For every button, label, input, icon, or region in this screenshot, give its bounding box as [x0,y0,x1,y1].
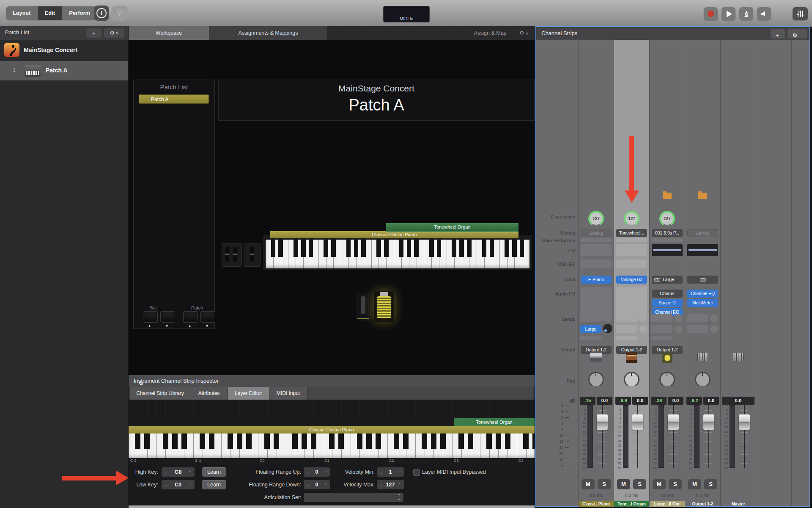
set-prev-button[interactable] [143,311,158,323]
audio-fx-plugin[interactable]: Chorus [652,290,683,298]
tab-assignments-mappings[interactable]: Assignments & Mappings [209,26,327,40]
send-button[interactable]: Large [580,325,601,333]
tab-attributes[interactable]: Attributes [190,387,228,400]
tab-channel-strip-library[interactable]: Channel Strip Library [130,387,190,400]
send-slot[interactable] [651,314,672,322]
concert-row[interactable]: MainStage Concert [0,41,128,60]
midi-fx-slot[interactable] [616,260,647,268]
patch-next-button[interactable] [200,311,215,323]
add-channel-strip-button[interactable]: + [771,29,785,39]
stepper-up-icon[interactable]: ⌃ [324,483,327,487]
send-slot[interactable] [580,314,601,322]
volume-fader[interactable]: 03691215182124303540455060 [721,405,756,469]
send-slot[interactable] [687,314,708,322]
channel-strips-action-menu[interactable]: ⚙ ∨ [787,29,807,39]
pan-knob[interactable] [695,372,710,387]
velocity-max-stepper[interactable]: ⌄ 127 ⌃ [377,480,404,489]
set-next-button[interactable] [160,311,175,323]
send-slot[interactable] [580,336,601,340]
play-button[interactable] [721,7,735,20]
articulation-set-dropdown[interactable]: ⌃⌄ [304,493,403,502]
stepper-down-icon[interactable]: ⌄ [306,470,310,475]
stepper-down-icon[interactable]: ⌄ [306,483,310,487]
layer-midi-input-bypassed-checkbox[interactable] [413,469,420,476]
fader-cap[interactable] [668,414,679,430]
folder-icon[interactable] [698,193,707,199]
assign-map-button[interactable]: Assign & Map [470,26,510,40]
stepper-down-icon[interactable]: ⌄ [164,470,167,475]
expression-knob[interactable]: 127 [624,211,639,226]
setting-button[interactable]: 001 3.9s P... [652,229,683,237]
mute-button[interactable]: M [653,479,666,489]
solo-button[interactable]: S [633,479,646,489]
stepper-down-icon[interactable]: ⌄ [379,470,383,475]
metronome-button[interactable] [739,7,753,20]
stepper-down-icon[interactable]: ⌄ [164,483,167,487]
send-slot[interactable] [616,325,637,333]
eq-slot[interactable] [581,244,612,256]
channel-name[interactable]: Output 1-2 [685,501,720,507]
pan-knob[interactable] [588,372,604,387]
channel-name[interactable]: Large...ll One [650,501,685,507]
solo-button[interactable]: S [598,479,611,489]
gain-value[interactable]: 0.0 [668,397,683,405]
floating-range-down-stepper[interactable]: ⌄ 0 ⌃ [304,480,330,489]
piano-layer-region[interactable]: Classic Electric Piano [129,426,535,433]
solo-button[interactable]: S [669,479,682,489]
setting-button[interactable]: Tonewheel... [616,229,647,237]
info-button[interactable]: i [94,6,109,21]
expression-knob[interactable]: 127 [659,211,675,226]
patch-list-action-menu[interactable]: ⚙ ∨ [104,28,124,38]
volume-fader[interactable]: 03691215182124303540455060 [579,405,614,469]
mute-button[interactable]: M [688,479,701,489]
eq-thumbnail[interactable] [687,244,718,256]
floating-range-up-stepper[interactable]: ⌄ 0 ⌃ [304,467,330,477]
gain-value[interactable]: 0.0 [597,397,612,405]
pan-knob[interactable] [624,372,639,387]
layer-editor-keyboard[interactable] [129,433,535,458]
stepper-up-icon[interactable]: ⌃ [189,470,192,475]
stepper-down-icon[interactable]: ⌄ [379,483,383,487]
volume-fader[interactable]: 03691215182124303540455060 [650,405,685,469]
send-slot[interactable] [616,336,637,340]
patch-prev-button[interactable] [183,311,198,323]
audio-fx-plugin[interactable]: Space D [652,299,683,307]
master-mute-button[interactable] [757,7,771,20]
send-level-knob[interactable] [603,324,612,333]
workspace-patch-item-selected[interactable]: Patch A [139,94,209,104]
gain-value[interactable]: 0.0 [632,397,648,405]
stepper-up-icon[interactable]: ⌃ [189,483,192,487]
send-slot[interactable] [651,336,672,340]
midi-fx-slot[interactable] [581,260,612,268]
tuner-button[interactable] [112,6,128,21]
patch-row-selected[interactable]: 1 Patch A [0,61,128,80]
fader-cap[interactable] [703,414,714,430]
fader-cap[interactable] [597,414,608,430]
mute-button[interactable]: M [617,479,630,489]
stepper-up-icon[interactable]: ⌃ [398,483,401,487]
expression-knob[interactable]: 127 [588,211,604,226]
input-button[interactable]: E-Piano [581,276,612,284]
audio-fx-plugin[interactable]: Channel EQ [687,290,718,298]
channel-strips-toggle-button[interactable] [793,7,808,20]
fader-cap[interactable] [632,414,643,430]
channel-name[interactable]: Tone...l Organ [614,501,649,507]
tab-layer-editor[interactable]: Layer Editor [228,387,269,400]
audio-fx-plugin[interactable]: MultiMeter [687,299,718,307]
fader-cap[interactable] [739,414,750,430]
volume-fader[interactable]: 03691215182124303540455060 [614,405,649,469]
tab-midi-input[interactable]: MIDI Input [269,387,307,400]
channel-name[interactable]: Master [721,501,756,507]
setting-button[interactable]: Setting [687,229,718,237]
mute-button[interactable]: M [582,479,595,489]
eq-thumbnail[interactable] [652,244,683,256]
solo-button[interactable]: S [704,479,717,489]
setting-button[interactable]: Setting [581,229,612,237]
stepper-up-icon[interactable]: ⌃ [398,470,401,475]
input-button[interactable]: Large [652,276,683,284]
send-slot[interactable] [651,325,672,333]
send-slot[interactable] [687,325,708,333]
pan-knob[interactable] [659,372,675,387]
learn-high-key-button[interactable]: Learn [202,467,226,477]
eq-slot[interactable] [616,244,647,256]
